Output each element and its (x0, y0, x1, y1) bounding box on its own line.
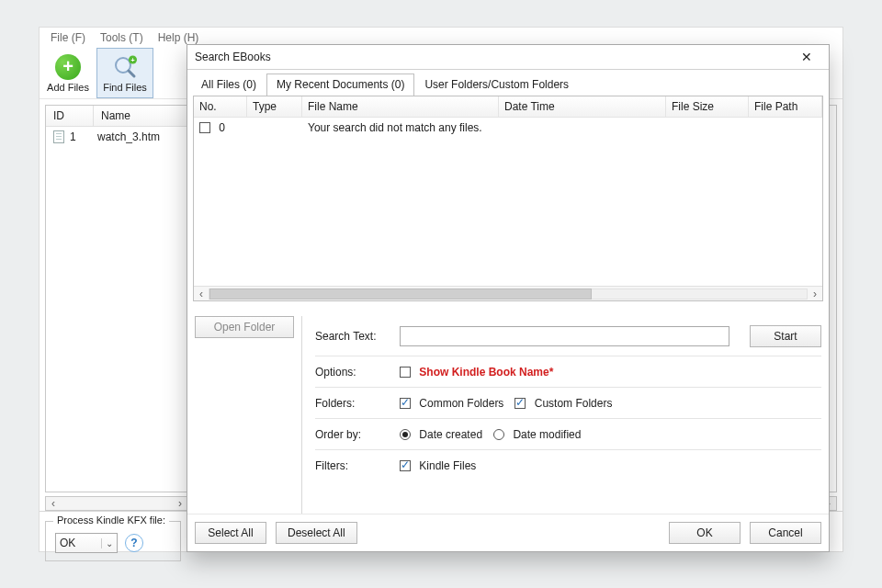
results-scrollbar[interactable]: ‹ › (194, 286, 822, 300)
date-modified-label: Date modified (513, 428, 581, 441)
file-list-row[interactable]: 1 watch_3.htm (46, 127, 187, 147)
col-file-name[interactable]: File Name (302, 96, 499, 118)
search-ebooks-dialog: Search EBooks ✕ All Files (0) My Recent … (187, 44, 830, 552)
dialog-tabs: All Files (0) My Recent Documents (0) Us… (187, 70, 829, 96)
date-modified-radio[interactable] (493, 429, 504, 440)
file-list-header-name[interactable]: Name (94, 106, 187, 126)
row-no: 0 (219, 121, 225, 134)
custom-folders-label: Custom Folders (535, 397, 613, 410)
tab-recent-documents[interactable]: My Recent Documents (0) (266, 74, 414, 96)
search-text-input[interactable] (400, 326, 729, 346)
filters-label: Filters: (315, 459, 389, 472)
show-kindle-checkbox[interactable] (400, 367, 411, 378)
order-by-label: Order by: (315, 428, 389, 441)
menu-tools[interactable]: Tools (T) (93, 28, 151, 47)
magnify-icon: + (112, 54, 138, 80)
search-text-label: Search Text: (315, 330, 389, 343)
cancel-button[interactable]: Cancel (750, 522, 821, 544)
date-created-radio[interactable] (400, 429, 411, 440)
document-icon (53, 130, 64, 143)
col-no[interactable]: No. (194, 96, 247, 118)
col-date-time[interactable]: Date Time (499, 96, 666, 118)
options-label: Options: (315, 366, 389, 379)
dialog-title: Search EBooks (195, 51, 271, 63)
kindle-files-label: Kindle Files (419, 459, 476, 472)
common-folders-label: Common Folders (419, 397, 503, 410)
file-list: ID Name 1 watch_3.htm (45, 105, 188, 492)
plus-icon: + (55, 54, 81, 80)
show-kindle-label: Show Kindle Book Name* (419, 366, 553, 379)
col-file-path[interactable]: File Path (749, 96, 822, 118)
deselect-all-button[interactable]: Deselect All (276, 522, 357, 544)
tab-all-files[interactable]: All Files (0) (191, 74, 266, 96)
close-icon[interactable]: ✕ (790, 50, 823, 64)
ok-button[interactable]: OK (669, 522, 741, 544)
file-id: 1 (70, 130, 76, 143)
start-button[interactable]: Start (750, 325, 821, 347)
chevron-down-icon: ⌄ (101, 538, 113, 548)
col-file-size[interactable]: File Size (666, 96, 749, 118)
kfx-group: Process Kindle KFX file: OK ⌄ ? (45, 521, 181, 561)
file-list-scrollbar[interactable]: ‹› (45, 496, 188, 511)
select-all-button[interactable]: Select All (195, 522, 266, 544)
folders-label: Folders: (315, 397, 389, 410)
col-type[interactable]: Type (247, 96, 302, 118)
find-files-button[interactable]: + Find Files (96, 48, 153, 98)
results-grid: No. Type File Name Date Time File Size F… (193, 96, 823, 301)
svg-text:+: + (130, 57, 134, 63)
file-name: watch_3.htm (94, 130, 160, 143)
results-row[interactable]: 0 Your search did not match any files. (194, 118, 822, 138)
svg-line-1 (129, 71, 134, 76)
file-list-header-id[interactable]: ID (46, 106, 94, 126)
kindle-files-checkbox[interactable] (400, 460, 411, 471)
kfx-select[interactable]: OK ⌄ (55, 533, 118, 553)
kfx-value: OK (60, 537, 75, 549)
find-files-label: Find Files (103, 82, 147, 93)
row-message: Your search did not match any files. (302, 118, 499, 138)
custom-folders-checkbox[interactable] (514, 398, 526, 409)
menu-file[interactable]: File (F) (43, 28, 93, 47)
common-folders-checkbox[interactable] (400, 398, 411, 409)
kfx-legend: Process Kindle KFX file: (53, 514, 169, 526)
date-created-label: Date created (419, 428, 482, 441)
add-files-label: Add Files (47, 82, 89, 93)
open-folder-button[interactable]: Open Folder (195, 316, 294, 338)
row-checkbox[interactable] (199, 122, 210, 133)
help-icon[interactable]: ? (125, 534, 143, 552)
add-files-button[interactable]: + Add Files (40, 48, 96, 98)
tab-user-folders[interactable]: User Folders/Custom Folders (414, 74, 579, 96)
